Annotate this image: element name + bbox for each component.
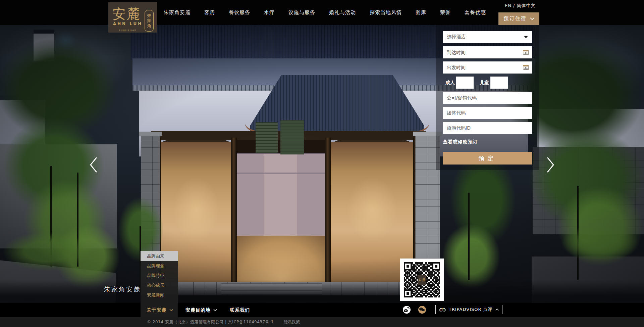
qr-finder: [432, 262, 440, 270]
departure-date-input[interactable]: [443, 61, 532, 74]
chevron-down-icon: [530, 17, 534, 20]
wechat-icon[interactable]: [418, 306, 426, 314]
chevron-down-icon: [213, 309, 217, 311]
next-arrow-icon[interactable]: [545, 156, 556, 174]
bottom-link-about-label: 关于安麓: [147, 307, 167, 313]
submenu-item-news[interactable]: 安麓新闻: [141, 290, 178, 300]
language-switch[interactable]: EN / 简体中文: [505, 3, 536, 9]
children-label: 儿童: [480, 80, 489, 86]
group-code-field: [443, 107, 532, 119]
bottom-link-about[interactable]: 关于安麓: [147, 303, 173, 317]
promo-code-input[interactable]: [443, 92, 532, 104]
booking-submit-button[interactable]: 预定: [443, 152, 532, 165]
bottom-link-destinations-label: 安麓目的地: [185, 307, 211, 313]
prev-arrow-icon[interactable]: [88, 156, 99, 174]
wechat-qr-code: 安麓: [400, 259, 444, 301]
nav-item-gallery[interactable]: 图库: [416, 9, 426, 16]
logo-cn-text: 安麓: [112, 6, 143, 21]
dropdown-arrow-icon: [524, 36, 528, 38]
calendar-icon[interactable]: [523, 50, 529, 55]
children-input[interactable]: [490, 77, 508, 89]
tripadvisor-button[interactable]: TRIPADVISOR 点评: [435, 305, 502, 314]
adults-input[interactable]: [456, 77, 474, 89]
slide-caption: 朱家角安麓: [104, 285, 141, 294]
bottom-bar: [0, 303, 644, 317]
travel-id-field: [443, 122, 532, 134]
bottom-link-destinations[interactable]: 安麓目的地: [185, 303, 217, 317]
submenu-item-brand-features[interactable]: 品牌特征: [141, 271, 178, 280]
qr-finder: [404, 289, 412, 297]
qr-center-logo: 安麓: [418, 275, 426, 285]
privacy-policy-link[interactable]: 隐私政策: [284, 319, 300, 325]
arrival-date-input[interactable]: [443, 46, 532, 58]
logo-sub-text: ZHUJIAJIAO: [112, 29, 143, 31]
submenu-item-brand-philosophy[interactable]: 品牌理念: [141, 261, 178, 271]
modify-reservation-link[interactable]: 查看或修改预订: [443, 139, 478, 145]
hotel-select-value: 选择酒店: [443, 34, 466, 40]
tripadvisor-label: TRIPADVISOR 点评: [449, 307, 493, 313]
book-stay-label: 预订住宿: [504, 15, 527, 22]
nav-item-explore[interactable]: 探索当地风情: [370, 9, 402, 16]
nav-item-rooms[interactable]: 客房: [204, 9, 215, 16]
submenu-item-brand-origin[interactable]: 品牌由来: [141, 251, 178, 261]
chevron-down-icon: [169, 309, 173, 311]
footer-bar: © 2014 安麓（北京）酒店管理有限公司 | 京ICP备11049437号-1…: [0, 317, 644, 327]
tripadvisor-owl-icon: [439, 307, 446, 312]
main-nav: 朱家角安麓 客房 餐饮服务 水疗 设施与服务 婚礼与活动 探索当地风情 图库 荣…: [164, 0, 486, 25]
guests-row: 成人 儿童: [443, 77, 532, 89]
promo-code-field: [443, 92, 532, 104]
nav-item-offers[interactable]: 套餐优惠: [465, 9, 486, 16]
chevron-up-icon: [495, 308, 499, 311]
booking-panel: 选择酒店 成人 儿童 查看或修改预订 预定: [436, 25, 539, 170]
submenu-item-core-members[interactable]: 核心成员: [141, 280, 178, 290]
nav-item-dining[interactable]: 餐饮服务: [229, 9, 250, 16]
bottom-link-contact[interactable]: 联系我们: [230, 303, 250, 317]
logo-badge: 朱家角: [145, 10, 154, 32]
book-stay-button[interactable]: 预订住宿: [498, 12, 539, 25]
qr-pattern: 安麓: [404, 262, 440, 297]
nav-item-spa[interactable]: 水疗: [264, 9, 275, 16]
weibo-icon[interactable]: [403, 306, 411, 314]
ahnluh-homepage: 安麓 AHN LUH ZHUJIAJIAO 朱家角 朱家角安麓 客房 餐饮服务 …: [0, 0, 644, 327]
brand-logo[interactable]: 安麓 AHN LUH ZHUJIAJIAO 朱家角: [108, 2, 157, 33]
copyright-text: © 2014 安麓（北京）酒店管理有限公司 | 京ICP备11049437号-1: [147, 319, 274, 325]
group-code-input[interactable]: [443, 107, 532, 119]
departure-date-field: [443, 61, 532, 74]
bottom-link-contact-label: 联系我们: [230, 307, 250, 313]
travel-id-input[interactable]: [443, 122, 532, 134]
arrival-date-field: [443, 46, 532, 58]
nav-item-weddings[interactable]: 婚礼与活动: [329, 9, 356, 16]
adults-label: 成人: [445, 80, 455, 86]
nav-item-facilities[interactable]: 设施与服务: [288, 9, 315, 16]
logo-en-text: AHN LUH: [112, 21, 143, 26]
nav-item-awards[interactable]: 荣誉: [440, 9, 451, 16]
qr-finder: [404, 262, 412, 270]
hotel-select-field[interactable]: 选择酒店: [443, 31, 532, 43]
calendar-icon[interactable]: [523, 65, 529, 70]
nav-item-hotel[interactable]: 朱家角安麓: [164, 9, 191, 16]
